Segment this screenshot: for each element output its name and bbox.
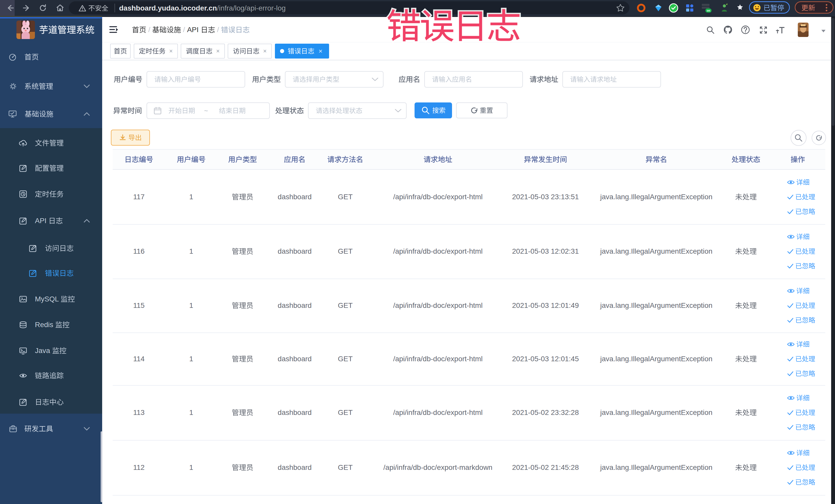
svg-text:on: on (707, 9, 710, 12)
